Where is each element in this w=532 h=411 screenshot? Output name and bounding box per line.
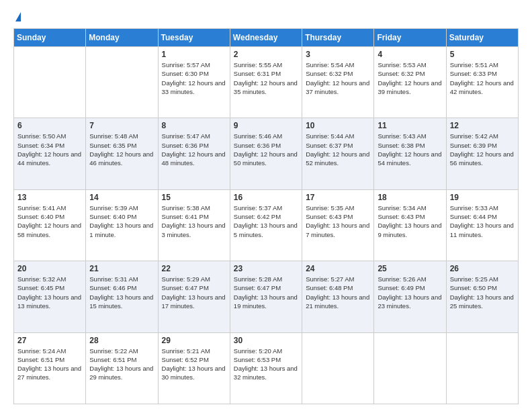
day-info: Sunrise: 5:44 AMSunset: 6:37 PMDaylight:… <box>306 132 369 167</box>
day-number: 2 <box>234 50 298 59</box>
day-info: Sunrise: 5:57 AMSunset: 6:30 PMDaylight:… <box>162 61 226 95</box>
day-info: Sunrise: 5:33 AMSunset: 6:44 PMDaylight:… <box>450 204 514 238</box>
day-cell: 30Sunrise: 5:20 AMSunset: 6:53 PMDayligh… <box>230 332 302 404</box>
col-header-saturday: Saturday <box>446 29 518 47</box>
day-cell: 1Sunrise: 5:57 AMSunset: 6:30 PMDaylight… <box>158 47 230 118</box>
day-info: Sunrise: 5:25 AMSunset: 6:50 PMDaylight:… <box>450 275 514 310</box>
day-number: 23 <box>234 264 298 273</box>
day-number: 13 <box>17 193 82 202</box>
day-number: 22 <box>162 264 226 273</box>
logo-triangle-icon <box>15 12 21 21</box>
day-number: 15 <box>162 193 226 202</box>
day-cell: 13Sunrise: 5:41 AMSunset: 6:40 PMDayligh… <box>14 189 86 261</box>
day-number: 3 <box>306 50 370 59</box>
day-cell: 5Sunrise: 5:51 AMSunset: 6:33 PMDaylight… <box>446 47 518 118</box>
day-info: Sunrise: 5:54 AMSunset: 6:32 PMDaylight:… <box>306 61 369 95</box>
day-number: 11 <box>378 121 442 130</box>
day-info: Sunrise: 5:28 AMSunset: 6:47 PMDaylight:… <box>234 275 298 310</box>
day-number: 21 <box>89 264 154 273</box>
day-number: 7 <box>89 121 154 130</box>
calendar-header-row: SundayMondayTuesdayWednesdayThursdayFrid… <box>14 29 519 47</box>
day-cell <box>446 332 518 404</box>
day-info: Sunrise: 5:37 AMSunset: 6:42 PMDaylight:… <box>234 204 298 238</box>
day-cell: 8Sunrise: 5:47 AMSunset: 6:36 PMDaylight… <box>158 118 230 189</box>
day-info: Sunrise: 5:34 AMSunset: 6:43 PMDaylight:… <box>378 204 441 238</box>
day-cell: 6Sunrise: 5:50 AMSunset: 6:34 PMDaylight… <box>14 118 86 189</box>
day-number: 29 <box>162 336 226 345</box>
day-cell: 23Sunrise: 5:28 AMSunset: 6:47 PMDayligh… <box>230 261 302 332</box>
day-info: Sunrise: 5:26 AMSunset: 6:49 PMDaylight:… <box>378 275 441 310</box>
day-number: 10 <box>306 121 370 130</box>
day-cell: 26Sunrise: 5:25 AMSunset: 6:50 PMDayligh… <box>446 261 518 332</box>
day-cell: 12Sunrise: 5:42 AMSunset: 6:39 PMDayligh… <box>446 118 518 189</box>
day-info: Sunrise: 5:31 AMSunset: 6:46 PMDaylight:… <box>89 275 153 310</box>
day-info: Sunrise: 5:29 AMSunset: 6:47 PMDaylight:… <box>162 275 226 310</box>
day-cell <box>86 47 158 118</box>
col-header-friday: Friday <box>374 29 446 47</box>
day-info: Sunrise: 5:48 AMSunset: 6:35 PMDaylight:… <box>89 132 153 167</box>
day-cell: 19Sunrise: 5:33 AMSunset: 6:44 PMDayligh… <box>446 189 518 261</box>
day-info: Sunrise: 5:27 AMSunset: 6:48 PMDaylight:… <box>306 275 369 310</box>
col-header-thursday: Thursday <box>302 29 374 47</box>
day-number: 16 <box>234 193 298 202</box>
logo <box>13 12 21 21</box>
day-cell: 17Sunrise: 5:35 AMSunset: 6:43 PMDayligh… <box>302 189 374 261</box>
day-cell <box>374 332 446 404</box>
day-info: Sunrise: 5:41 AMSunset: 6:40 PMDaylight:… <box>17 204 81 238</box>
day-number: 24 <box>306 264 370 273</box>
day-cell: 18Sunrise: 5:34 AMSunset: 6:43 PMDayligh… <box>374 189 446 261</box>
day-cell: 3Sunrise: 5:54 AMSunset: 6:32 PMDaylight… <box>302 47 374 118</box>
day-cell: 2Sunrise: 5:55 AMSunset: 6:31 PMDaylight… <box>230 47 302 118</box>
day-cell: 24Sunrise: 5:27 AMSunset: 6:48 PMDayligh… <box>302 261 374 332</box>
day-info: Sunrise: 5:47 AMSunset: 6:36 PMDaylight:… <box>162 132 226 167</box>
day-cell: 7Sunrise: 5:48 AMSunset: 6:35 PMDaylight… <box>86 118 158 189</box>
week-row-3: 13Sunrise: 5:41 AMSunset: 6:40 PMDayligh… <box>14 189 519 261</box>
day-info: Sunrise: 5:24 AMSunset: 6:51 PMDaylight:… <box>17 347 81 381</box>
day-info: Sunrise: 5:32 AMSunset: 6:45 PMDaylight:… <box>17 275 81 310</box>
day-info: Sunrise: 5:20 AMSunset: 6:53 PMDaylight:… <box>234 347 298 381</box>
day-cell: 22Sunrise: 5:29 AMSunset: 6:47 PMDayligh… <box>158 261 230 332</box>
day-info: Sunrise: 5:42 AMSunset: 6:39 PMDaylight:… <box>450 132 514 167</box>
day-cell: 9Sunrise: 5:46 AMSunset: 6:36 PMDaylight… <box>230 118 302 189</box>
day-cell <box>302 332 374 404</box>
week-row-4: 20Sunrise: 5:32 AMSunset: 6:45 PMDayligh… <box>14 261 519 332</box>
day-cell: 14Sunrise: 5:39 AMSunset: 6:40 PMDayligh… <box>86 189 158 261</box>
day-number: 5 <box>450 50 515 59</box>
day-number: 6 <box>17 121 82 130</box>
day-cell: 15Sunrise: 5:38 AMSunset: 6:41 PMDayligh… <box>158 189 230 261</box>
day-number: 30 <box>234 336 298 345</box>
day-cell: 11Sunrise: 5:43 AMSunset: 6:38 PMDayligh… <box>374 118 446 189</box>
day-cell: 25Sunrise: 5:26 AMSunset: 6:49 PMDayligh… <box>374 261 446 332</box>
day-cell: 27Sunrise: 5:24 AMSunset: 6:51 PMDayligh… <box>14 332 86 404</box>
day-number: 14 <box>89 193 154 202</box>
day-info: Sunrise: 5:38 AMSunset: 6:41 PMDaylight:… <box>162 204 226 238</box>
header <box>13 12 519 21</box>
day-info: Sunrise: 5:46 AMSunset: 6:36 PMDaylight:… <box>234 132 298 167</box>
day-number: 12 <box>450 121 515 130</box>
day-cell: 10Sunrise: 5:44 AMSunset: 6:37 PMDayligh… <box>302 118 374 189</box>
day-cell: 29Sunrise: 5:21 AMSunset: 6:52 PMDayligh… <box>158 332 230 404</box>
day-info: Sunrise: 5:35 AMSunset: 6:43 PMDaylight:… <box>306 204 369 238</box>
page: SundayMondayTuesdayWednesdayThursdayFrid… <box>0 0 532 411</box>
day-cell: 16Sunrise: 5:37 AMSunset: 6:42 PMDayligh… <box>230 189 302 261</box>
day-info: Sunrise: 5:21 AMSunset: 6:52 PMDaylight:… <box>162 347 226 381</box>
day-number: 18 <box>378 193 442 202</box>
week-row-1: 1Sunrise: 5:57 AMSunset: 6:30 PMDaylight… <box>14 47 519 118</box>
day-cell: 4Sunrise: 5:53 AMSunset: 6:32 PMDaylight… <box>374 47 446 118</box>
day-info: Sunrise: 5:51 AMSunset: 6:33 PMDaylight:… <box>450 61 514 95</box>
day-number: 27 <box>17 336 82 345</box>
col-header-monday: Monday <box>86 29 158 47</box>
day-cell: 20Sunrise: 5:32 AMSunset: 6:45 PMDayligh… <box>14 261 86 332</box>
day-cell <box>14 47 86 118</box>
col-header-tuesday: Tuesday <box>158 29 230 47</box>
day-number: 1 <box>162 50 226 59</box>
day-cell: 28Sunrise: 5:22 AMSunset: 6:51 PMDayligh… <box>86 332 158 404</box>
col-header-wednesday: Wednesday <box>230 29 302 47</box>
day-info: Sunrise: 5:55 AMSunset: 6:31 PMDaylight:… <box>234 61 298 95</box>
day-number: 25 <box>378 264 442 273</box>
day-info: Sunrise: 5:50 AMSunset: 6:34 PMDaylight:… <box>17 132 81 167</box>
day-number: 17 <box>306 193 370 202</box>
day-info: Sunrise: 5:22 AMSunset: 6:51 PMDaylight:… <box>89 347 153 381</box>
day-number: 4 <box>378 50 442 59</box>
calendar-table: SundayMondayTuesdayWednesdayThursdayFrid… <box>13 28 519 404</box>
